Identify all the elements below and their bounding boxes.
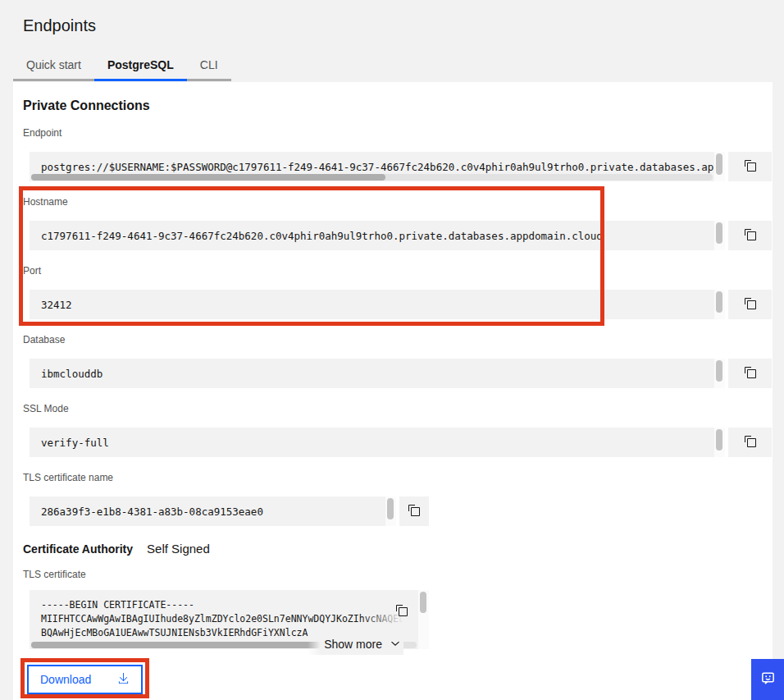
show-more-button[interactable]: Show more <box>308 634 403 655</box>
copy-icon <box>744 228 757 244</box>
scrollbar-thumb[interactable] <box>716 222 722 244</box>
tab-cli[interactable]: CLI <box>187 52 231 81</box>
copy-icon <box>408 504 421 519</box>
copy-icon <box>744 297 757 313</box>
port-snippet[interactable]: 32412 <box>30 290 714 319</box>
certificate-authority-row: Certificate Authority Self Signed <box>23 542 773 556</box>
show-more-label: Show more <box>324 638 382 651</box>
ssl-mode-value: verify-full <box>30 437 109 449</box>
vertical-scrollbar[interactable] <box>714 290 725 319</box>
port-row: 32412 <box>30 290 772 319</box>
vertical-scrollbar[interactable] <box>385 496 396 526</box>
copy-icon <box>744 435 757 451</box>
copy-hostname-button[interactable] <box>728 221 772 250</box>
ssl-mode-row: verify-full <box>30 428 772 457</box>
copy-database-button[interactable] <box>728 359 772 388</box>
chat-bubble-icon <box>760 670 776 689</box>
download-button[interactable]: Download <box>27 665 143 694</box>
port-value: 32412 <box>30 299 72 311</box>
port-label: Port <box>23 266 773 277</box>
endpoint-row: postgres://$USERNAME:$PASSWORD@c1797611-… <box>30 152 772 181</box>
tab-quick-start[interactable]: Quick start <box>13 52 94 81</box>
download-icon <box>117 672 130 687</box>
endpoint-value: postgres://$USERNAME:$PASSWORD@c1797611-… <box>30 161 714 173</box>
hostname-snippet[interactable]: c1797611-f249-4641-9c37-4667fc24b620.c0v… <box>30 221 714 250</box>
database-snippet[interactable]: ibmclouddb <box>30 359 714 388</box>
scrollbar-thumb[interactable] <box>31 642 321 648</box>
tab-postgresql[interactable]: PostgreSQL <box>94 52 187 81</box>
scrollbar-thumb[interactable] <box>387 498 394 519</box>
copy-ssl-mode-button[interactable] <box>728 428 772 457</box>
database-row: ibmclouddb <box>30 359 772 388</box>
chevron-down-icon <box>390 638 400 651</box>
database-label: Database <box>23 335 773 345</box>
connection-fields: Endpointpostgres://$USERNAME:$PASSWORD@c… <box>13 128 773 526</box>
certificate-line: MIIFHTCCAwWgAwIBAgIUIhude8yZlmZDYclo2e0S… <box>41 612 407 626</box>
vertical-scrollbar[interactable] <box>418 590 429 649</box>
scrollbar-thumb[interactable] <box>716 429 722 451</box>
tls-certificate-row: -----BEGIN CERTIFICATE----- MIIFHTCCAwWg… <box>30 590 429 649</box>
endpoint-label: Endpoint <box>23 128 773 139</box>
hostname-row: c1797611-f249-4641-9c37-4667fc24b620.c0v… <box>30 221 772 250</box>
copy-port-button[interactable] <box>728 290 772 319</box>
certificate-line: -----BEGIN CERTIFICATE----- <box>41 598 407 612</box>
tls-certificate-name-row: 286a39f3-e1b8-4381-a83b-08ca9153eae0 <box>30 496 429 526</box>
vertical-scrollbar[interactable] <box>714 221 725 250</box>
scrollbar-thumb[interactable] <box>420 592 426 613</box>
tls-certificate-name-label: TLS certificate name <box>23 473 773 483</box>
endpoint-tabs: Quick startPostgreSQLCLI <box>13 52 784 81</box>
vertical-scrollbar[interactable] <box>714 359 725 388</box>
copy-endpoint-button[interactable] <box>728 152 772 181</box>
vertical-scrollbar[interactable] <box>714 428 725 457</box>
vertical-scrollbar[interactable] <box>714 152 725 181</box>
tls-certificate-label: TLS certificate <box>23 570 773 580</box>
scrollbar-thumb[interactable] <box>716 360 722 382</box>
hostname-value: c1797611-f249-4641-9c37-4667fc24b620.c0v… <box>30 230 603 242</box>
private-connections-panel: Private Connections Endpointpostgres://$… <box>13 82 773 700</box>
horizontal-scrollbar[interactable] <box>31 174 713 181</box>
ssl-mode-snippet[interactable]: verify-full <box>30 428 714 457</box>
tls-certificate-name-snippet[interactable]: 286a39f3-e1b8-4381-a83b-08ca9153eae0 <box>30 496 385 526</box>
endpoint-snippet[interactable]: postgres://$USERNAME:$PASSWORD@c1797611-… <box>30 152 714 181</box>
tls-certificate-name-value: 286a39f3-e1b8-4381-a83b-08ca9153eae0 <box>30 506 263 518</box>
scrollbar-thumb[interactable] <box>31 174 385 181</box>
copy-icon <box>744 366 757 382</box>
copy-icon <box>744 159 757 175</box>
download-label: Download <box>40 673 91 686</box>
copy-tls-certificate-name-button[interactable] <box>399 496 429 526</box>
page-title: Endpoints <box>23 17 784 34</box>
scrollbar-thumb[interactable] <box>716 153 722 175</box>
hostname-label: Hostname <box>23 197 773 208</box>
copy-certificate-button[interactable] <box>395 604 408 620</box>
chat-widget-button[interactable] <box>751 659 784 700</box>
ssl-mode-label: SSL Mode <box>23 404 773 414</box>
database-value: ibmclouddb <box>30 368 103 380</box>
scrollbar-thumb[interactable] <box>716 291 722 313</box>
certificate-authority-value: Self Signed <box>147 542 210 556</box>
section-heading: Private Connections <box>23 98 773 113</box>
copy-icon <box>395 607 408 620</box>
certificate-authority-label: Certificate Authority <box>23 542 133 556</box>
